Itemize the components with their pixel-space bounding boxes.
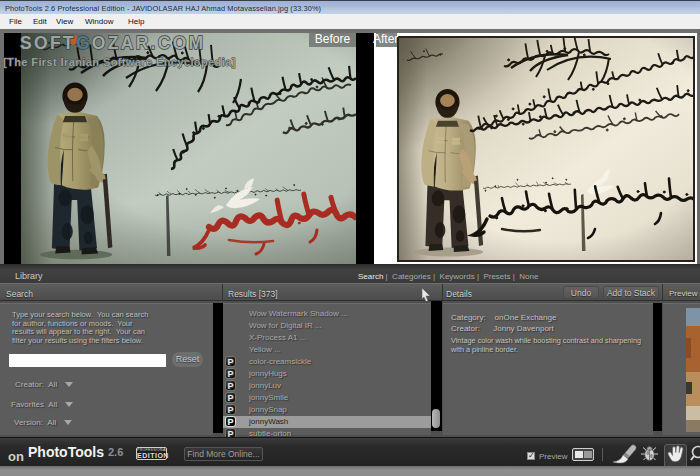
- svg-text:on: on: [8, 450, 24, 462]
